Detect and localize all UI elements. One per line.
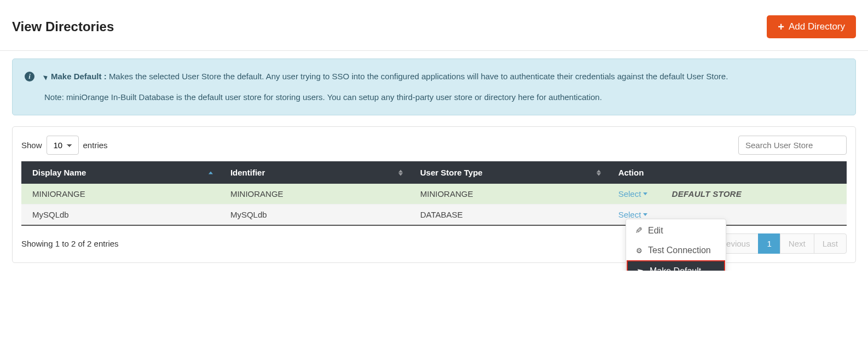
cursor-arrow-icon: [43, 74, 49, 80]
show-entries-control: Show 10 entries: [21, 136, 108, 155]
showing-entries-text: Showing 1 to 2 of 2 entries: [21, 239, 119, 248]
directories-table: Display Name Identifier User Store Type: [21, 161, 847, 226]
action-dropdown-menu: Edit Test Connection Make Default Show S…: [626, 219, 726, 271]
page-next-button[interactable]: Next: [780, 233, 814, 254]
dropdown-item-make-default[interactable]: Make Default: [627, 260, 725, 271]
column-action: Action: [607, 161, 847, 184]
cell-display-name: MySQLdb: [21, 204, 219, 226]
add-directory-button[interactable]: + Add Directory: [767, 15, 856, 38]
table-row: MINIORANGE MINIORANGE MINIORANGE Select …: [21, 184, 847, 204]
page-header: View Directories + Add Directory: [0, 0, 868, 51]
edit-icon: [635, 225, 643, 236]
column-display-name[interactable]: Display Name: [21, 161, 219, 184]
column-user-store-type[interactable]: User Store Type: [409, 161, 607, 184]
plus-icon: +: [778, 21, 784, 32]
select-dropdown-trigger[interactable]: Select: [618, 210, 648, 219]
info-lead-text: Makes the selected User Store the defaul…: [109, 72, 728, 81]
info-icon: i: [25, 72, 34, 81]
add-directory-label: Add Directory: [789, 21, 845, 32]
info-alert: i Make Default : Makes the selected User…: [12, 59, 856, 115]
caret-down-icon: [643, 213, 647, 216]
table-panel: Show 10 entries Display Name: [12, 126, 856, 263]
default-store-badge: DEFAULT STORE: [672, 189, 742, 198]
sort-icon: [209, 171, 213, 174]
dropdown-item-test-connection[interactable]: Test Connection: [626, 241, 726, 260]
cell-user-store-type: DATABASE: [409, 204, 607, 226]
page-title: View Directories: [12, 19, 114, 34]
info-note-text: Note: miniOrange In-Built Database is th…: [44, 92, 602, 102]
sort-icon: [597, 170, 601, 176]
entries-label: entries: [83, 141, 108, 150]
select-dropdown-trigger[interactable]: Select: [618, 189, 648, 198]
cell-user-store-type: MINIORANGE: [409, 184, 607, 204]
cell-identifier: MySQLdb: [219, 204, 409, 226]
cell-action: Select DEFAULT STORE: [607, 184, 847, 204]
search-input[interactable]: [738, 136, 847, 155]
gear-icon: [635, 247, 643, 255]
page-number-button[interactable]: 1: [758, 233, 780, 254]
info-lead-label: Make Default :: [51, 70, 107, 83]
column-identifier[interactable]: Identifier: [219, 161, 409, 184]
cursor-icon: [636, 268, 645, 271]
dropdown-item-edit[interactable]: Edit: [626, 220, 726, 241]
page-size-select[interactable]: 10: [47, 136, 79, 155]
sort-icon: [398, 170, 403, 176]
show-label: Show: [21, 141, 42, 150]
cell-identifier: MINIORANGE: [219, 184, 409, 204]
caret-down-icon: [643, 192, 647, 195]
table-header-row: Display Name Identifier User Store Type: [21, 161, 847, 184]
cell-display-name: MINIORANGE: [21, 184, 219, 204]
page-last-button[interactable]: Last: [814, 233, 847, 254]
